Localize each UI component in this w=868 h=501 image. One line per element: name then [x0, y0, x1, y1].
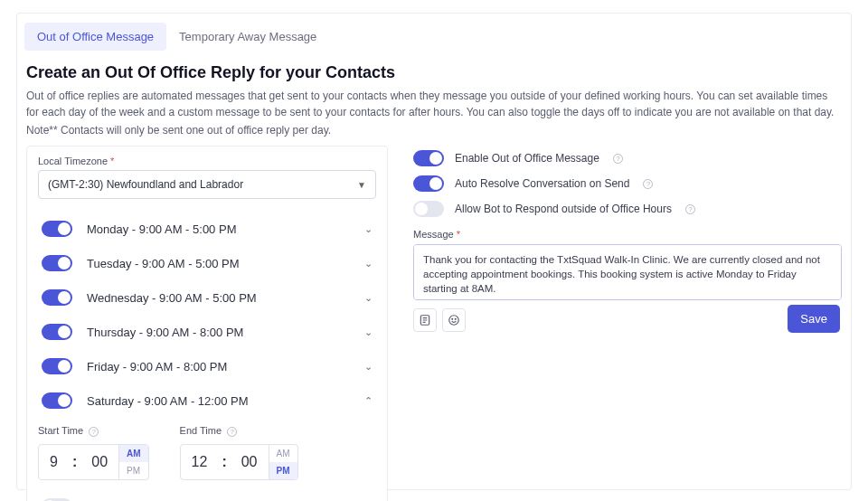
start-time-input[interactable]: 9 : 00 AM PM	[38, 444, 149, 480]
end-minute[interactable]: 00	[231, 445, 269, 479]
timezone-value: (GMT-2:30) Newfoundland and Labrador	[48, 178, 243, 191]
chevron-down-icon[interactable]: ⌄	[364, 361, 373, 373]
start-time-label-text: Start Time	[38, 425, 83, 436]
svg-point-2	[452, 318, 453, 319]
end-am[interactable]: AM	[269, 445, 297, 462]
tab-out-of-office[interactable]: Out of Office Message	[24, 23, 166, 51]
day-row-sunday: Sunday - Not Available ⌄	[38, 489, 376, 501]
schedule-panel: Local Timezone * (GMT-2:30) Newfoundland…	[26, 146, 388, 501]
toggle-friday[interactable]	[42, 358, 72, 374]
toggle-thursday[interactable]	[42, 324, 72, 340]
chevron-down-icon[interactable]: ⌄	[364, 258, 373, 269]
required-mark: *	[110, 156, 114, 166]
day-row-thursday: Thursday - 9:00 AM - 8:00 PM ⌄	[38, 315, 376, 349]
emoji-icon[interactable]	[442, 308, 466, 332]
toggle-monday[interactable]	[42, 221, 72, 237]
day-label-saturday: Saturday - 9:00 AM - 12:00 PM	[87, 394, 350, 408]
day-label-monday: Monday - 9:00 AM - 5:00 PM	[87, 222, 350, 236]
start-hour[interactable]: 9	[39, 445, 69, 479]
help-icon[interactable]: ?	[643, 179, 653, 189]
time-picker-row: Start Time ? 9 : 00 AM PM	[38, 425, 376, 480]
message-label-text: Message	[413, 229, 454, 240]
required-mark: *	[457, 229, 460, 240]
option-bot-label: Allow Bot to Respond outside of Office H…	[455, 203, 672, 215]
tab-temporary-away[interactable]: Temporary Away Message	[166, 23, 329, 51]
day-row-saturday: Saturday - 9:00 AM - 12:00 PM ⌃	[38, 383, 376, 418]
start-pm[interactable]: PM	[119, 462, 148, 479]
svg-point-3	[455, 318, 456, 319]
timezone-label: Local Timezone *	[38, 156, 376, 166]
message-tools	[413, 308, 842, 332]
start-time-block: Start Time ? 9 : 00 AM PM	[38, 425, 149, 480]
option-enable-row: Enable Out of Office Message ?	[413, 146, 842, 171]
end-time-block: End Time ? 12 : 00 AM PM	[180, 425, 298, 480]
option-bot-row: Allow Bot to Respond outside of Office H…	[413, 196, 842, 222]
page-description: Out of office replies are automated mess…	[26, 88, 842, 120]
message-label: Message *	[413, 229, 842, 240]
option-resolve-label: Auto Resolve Conversation on Send	[455, 177, 629, 190]
chevron-down-icon[interactable]: ⌄	[364, 223, 373, 235]
start-am[interactable]: AM	[119, 445, 148, 462]
timezone-select[interactable]: (GMT-2:30) Newfoundland and Labrador ▼	[38, 170, 376, 199]
save-button[interactable]: Save	[788, 305, 840, 333]
chevron-down-icon[interactable]: ⌄	[364, 292, 373, 304]
toggle-enable-ooo[interactable]	[413, 150, 444, 166]
day-row-friday: Friday - 9:00 AM - 8:00 PM ⌄	[38, 349, 376, 383]
day-row-wednesday: Wednesday - 9:00 AM - 5:00 PM ⌄	[38, 280, 376, 315]
toggle-allow-bot[interactable]	[413, 201, 444, 217]
end-time-label-text: End Time	[180, 425, 222, 436]
help-icon[interactable]: ?	[89, 427, 99, 437]
day-row-tuesday: Tuesday - 9:00 AM - 5:00 PM ⌄	[38, 246, 376, 280]
help-icon[interactable]: ?	[227, 427, 237, 437]
svg-point-1	[449, 316, 459, 326]
day-label-friday: Friday - 9:00 AM - 8:00 PM	[87, 360, 350, 373]
tabs: Out of Office Message Temporary Away Mes…	[17, 23, 851, 51]
time-separator: :	[69, 445, 80, 479]
start-minute[interactable]: 00	[80, 445, 118, 479]
timezone-label-text: Local Timezone	[38, 156, 108, 166]
toggle-wednesday[interactable]	[42, 289, 72, 306]
end-hour[interactable]: 12	[181, 445, 219, 479]
day-label-tuesday: Tuesday - 9:00 AM - 5:00 PM	[87, 257, 350, 270]
time-separator: :	[218, 445, 230, 479]
day-row-monday: Monday - 9:00 AM - 5:00 PM ⌄	[38, 212, 376, 246]
option-enable-label: Enable Out of Office Message	[455, 152, 599, 165]
template-icon[interactable]	[413, 308, 437, 332]
page-title: Create an Out Of Office Reply for your C…	[26, 63, 842, 82]
caret-down-icon: ▼	[357, 180, 366, 190]
end-time-label: End Time ?	[180, 425, 298, 437]
end-pm[interactable]: PM	[269, 462, 297, 479]
settings-card: Out of Office Message Temporary Away Mes…	[16, 13, 852, 490]
help-icon[interactable]: ?	[685, 204, 695, 214]
toggle-auto-resolve[interactable]	[413, 175, 444, 192]
start-time-label: Start Time ?	[38, 425, 149, 437]
end-time-input[interactable]: 12 : 00 AM PM	[180, 444, 298, 480]
toggle-tuesday[interactable]	[42, 255, 72, 271]
chevron-down-icon[interactable]: ⌄	[364, 326, 373, 338]
page-note: Note** Contacts will only be sent one ou…	[26, 124, 842, 137]
day-label-thursday: Thursday - 9:00 AM - 8:00 PM	[87, 326, 350, 339]
toggle-saturday[interactable]	[42, 392, 72, 409]
day-label-wednesday: Wednesday - 9:00 AM - 5:00 PM	[87, 291, 350, 305]
content-area: Create an Out Of Office Reply for your C…	[17, 51, 851, 501]
toggle-sunday[interactable]	[42, 498, 72, 501]
message-textarea[interactable]	[413, 244, 842, 300]
chevron-up-icon[interactable]: ⌃	[364, 395, 373, 407]
help-icon[interactable]: ?	[613, 154, 623, 164]
option-resolve-row: Auto Resolve Conversation on Send ?	[413, 171, 842, 196]
